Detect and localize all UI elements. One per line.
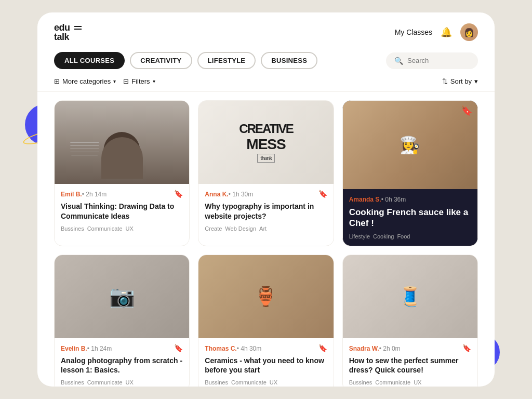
featured-bookmark-icon[interactable]: 🔖 bbox=[461, 105, 472, 116]
course-image-5: 🏺 bbox=[198, 255, 333, 338]
tag-5-0: Bussines bbox=[205, 379, 228, 385]
sort-by-button[interactable]: ⇅ Sort by ▾ bbox=[442, 77, 478, 85]
notification-bell-icon[interactable]: 🔔 bbox=[441, 26, 452, 38]
course-title-1: Visual Thinking: Drawing Data to Communi… bbox=[61, 202, 183, 221]
search-input[interactable] bbox=[407, 57, 470, 64]
course-title-5: Ceramics - what you need to know before … bbox=[205, 356, 327, 376]
main-container: edu talk My Classes 🔔 👩 ALL COURSES CREA… bbox=[37, 12, 495, 387]
tag-1-1: Communicate bbox=[87, 225, 123, 232]
duration-1: • 2h 14m bbox=[82, 191, 107, 198]
bookmark-icon-4[interactable]: 🔖 bbox=[174, 344, 183, 352]
author-name-1: Emil B. bbox=[61, 191, 82, 198]
bookmark-icon-5[interactable]: 🔖 bbox=[318, 344, 327, 352]
more-categories-button[interactable]: ⊞ More categories ▾ bbox=[54, 77, 116, 85]
tab-business[interactable]: BUSINESS bbox=[261, 52, 317, 69]
tag-f-2: Food bbox=[397, 233, 410, 240]
duration-4: • 1h 24m bbox=[87, 345, 112, 352]
tab-all-courses[interactable]: ALL COURSES bbox=[54, 52, 125, 69]
sort-by-label: Sort by bbox=[450, 77, 472, 85]
tag-2-1: Web Design bbox=[225, 225, 256, 232]
tag-2-0: Create bbox=[205, 225, 222, 232]
author-name-4: Evelin B. bbox=[61, 345, 87, 352]
bookmark-icon-6[interactable]: 🔖 bbox=[462, 344, 471, 352]
course-card-body-4: Evelin B.• 1h 24m 🔖 Analog photography f… bbox=[55, 338, 189, 387]
course-card-body-6: Snadra W.• 2h 0m 🔖 How to sew the perfec… bbox=[343, 338, 477, 387]
filters-button[interactable]: ⊟ Filters ▾ bbox=[123, 77, 155, 85]
course-title-6: How to sew the perfect summer dress? Qui… bbox=[349, 356, 471, 376]
chevron-down-icon-3: ▾ bbox=[474, 77, 478, 85]
course-grid: Emil B.• 2h 14m 🔖 Visual Thinking: Drawi… bbox=[54, 100, 478, 387]
duration-featured: • 0h 36m bbox=[381, 196, 406, 203]
tag-6-1: Communicate bbox=[375, 379, 410, 385]
tag-f-1: Cooking bbox=[373, 233, 394, 240]
logo-text-top: edu bbox=[54, 23, 70, 32]
author-name-5: Thomas C. bbox=[205, 345, 236, 352]
header-right: My Classes 🔔 👩 bbox=[395, 23, 478, 41]
tag-4-1: Communicate bbox=[87, 379, 123, 385]
course-tags-2: Create Web Design Art bbox=[205, 225, 327, 232]
filters-label: Filters bbox=[131, 77, 150, 85]
course-card-2[interactable]: CREATIVE MESS thank Anna K.• 1h 30m 🔖 Wh… bbox=[198, 100, 334, 246]
course-image-6: 🧵 bbox=[343, 255, 477, 338]
tag-1-2: UX bbox=[126, 225, 134, 232]
filter-icon: ⊟ bbox=[123, 77, 129, 85]
duration-2: • 1h 30m bbox=[229, 191, 254, 198]
avatar-image: 👩 bbox=[464, 28, 474, 37]
course-tags-1: Bussines Communicate UX bbox=[61, 225, 183, 232]
duration-6: • 2h 0m bbox=[379, 345, 401, 352]
header: edu talk My Classes 🔔 👩 bbox=[37, 12, 495, 50]
more-categories-label: More categories bbox=[62, 77, 111, 85]
grid-icon: ⊞ bbox=[54, 77, 60, 85]
course-card-body-2: Anna K.• 1h 30m 🔖 Why typography is impo… bbox=[198, 184, 333, 238]
course-card-body-5: Thomas C.• 4h 30m 🔖 Ceramics - what you … bbox=[198, 338, 333, 387]
course-title-featured: Cooking French sauce like a Chef ! bbox=[349, 207, 471, 229]
card-meta-featured: Amanda S.• 0h 36m bbox=[349, 194, 471, 204]
avatar[interactable]: 👩 bbox=[460, 23, 478, 41]
course-card-1[interactable]: Emil B.• 2h 14m 🔖 Visual Thinking: Drawi… bbox=[54, 100, 190, 246]
card-meta-1: Emil B.• 2h 14m 🔖 bbox=[61, 189, 183, 198]
course-card-featured[interactable]: ▶ 🔖 👩‍🍳 Amanda S.• 0h 36m Cooking French… bbox=[342, 100, 478, 246]
chevron-down-icon-2: ▾ bbox=[153, 78, 155, 84]
card-meta-4: Evelin B.• 1h 24m 🔖 bbox=[61, 343, 183, 353]
card-meta-6: Snadra W.• 2h 0m 🔖 bbox=[349, 343, 471, 353]
author-name-6: Snadra W. bbox=[349, 345, 379, 352]
tag-6-2: UX bbox=[414, 379, 421, 385]
bookmark-icon-1[interactable]: 🔖 bbox=[174, 190, 183, 198]
tag-2-2: Art bbox=[259, 225, 267, 232]
author-name-featured: Amanda S. bbox=[349, 196, 381, 203]
course-image-1 bbox=[55, 101, 189, 184]
course-tags-6: Bussines Communicate UX bbox=[349, 379, 471, 385]
course-title-2: Why typography is important in website p… bbox=[205, 202, 327, 221]
course-card-6[interactable]: 🧵 Snadra W.• 2h 0m 🔖 How to sew the perf… bbox=[342, 255, 478, 387]
search-bar[interactable]: 🔍 bbox=[386, 52, 478, 69]
course-tags-featured: Lifestyle Cooking Food bbox=[349, 233, 471, 240]
bookmark-icon-2[interactable]: 🔖 bbox=[318, 190, 327, 198]
tab-lifestyle[interactable]: LIFESTYLE bbox=[197, 52, 256, 69]
duration-5: • 4h 30m bbox=[237, 345, 262, 352]
filter-bar: ⊞ More categories ▾ ⊟ Filters ▾ ⇅ Sort b… bbox=[37, 75, 495, 92]
logo-dash bbox=[74, 26, 82, 30]
course-card-5[interactable]: 🏺 Thomas C.• 4h 30m 🔖 Ceramics - what yo… bbox=[198, 255, 334, 387]
logo: edu talk bbox=[54, 23, 82, 42]
course-image-2: CREATIVE MESS thank bbox=[198, 101, 333, 184]
tag-1-0: Bussines bbox=[61, 225, 84, 232]
my-classes-link[interactable]: My Classes bbox=[395, 28, 432, 36]
tab-creativity[interactable]: CREATIVITY bbox=[130, 52, 192, 69]
course-tags-5: Bussines Communicate UX bbox=[205, 379, 327, 385]
logo-text-bottom: talk bbox=[54, 32, 82, 42]
sort-icon: ⇅ bbox=[442, 77, 448, 85]
nav-tabs-bar: ALL COURSES CREATIVITY LIFESTYLE BUSINES… bbox=[37, 50, 495, 75]
tag-4-2: UX bbox=[126, 379, 134, 385]
course-title-4: Analog photography from scratch - lesson… bbox=[61, 356, 183, 376]
card-meta-5: Thomas C.• 4h 30m 🔖 bbox=[205, 343, 327, 353]
card-meta-2: Anna K.• 1h 30m 🔖 bbox=[205, 189, 327, 198]
course-tags-4: Bussines Communicate UX bbox=[61, 379, 183, 385]
tag-f-0: Lifestyle bbox=[349, 233, 370, 240]
author-name-2: Anna K. bbox=[205, 191, 228, 198]
course-image-4: 📷 bbox=[55, 255, 189, 338]
course-card-4[interactable]: 📷 Evelin B.• 1h 24m 🔖 Analog photography… bbox=[54, 255, 190, 387]
course-card-body-featured: Amanda S.• 0h 36m Cooking French sauce l… bbox=[343, 189, 477, 246]
tag-6-0: Bussines bbox=[349, 379, 373, 385]
course-card-body-1: Emil B.• 2h 14m 🔖 Visual Thinking: Drawi… bbox=[55, 184, 189, 238]
tag-4-0: Bussines bbox=[61, 379, 84, 385]
